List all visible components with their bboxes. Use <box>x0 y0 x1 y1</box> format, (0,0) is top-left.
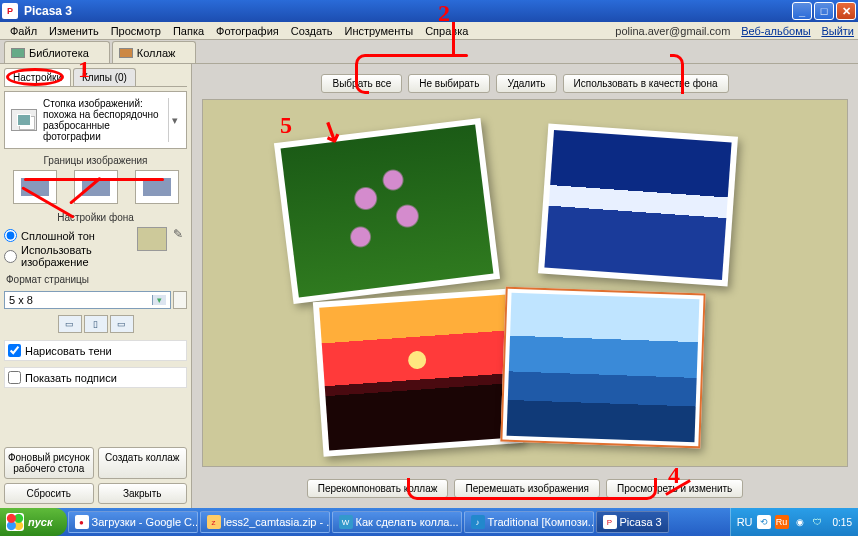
taskbar-item-4-label: Traditional [Компози... <box>488 516 594 528</box>
close-button[interactable]: ✕ <box>836 2 856 20</box>
orientation-extra[interactable]: ▭ <box>110 315 134 333</box>
taskbar-item-3-label: Как сделать колла... <box>356 516 459 528</box>
checkbox-shadows[interactable]: Нарисовать тени <box>4 340 187 361</box>
maximize-button[interactable]: □ <box>814 2 834 20</box>
bg-color-swatch[interactable] <box>137 227 167 251</box>
taskbar-item-1[interactable]: ●Загрузки - Google C... <box>68 511 198 533</box>
menu-photo[interactable]: Фотография <box>210 23 285 39</box>
lang-indicator[interactable]: RU <box>737 516 753 528</box>
picasa-icon: P <box>603 515 617 529</box>
signout-link[interactable]: Выйти <box>821 25 854 37</box>
left-panel: Настройки Клипы (0) Стопка изображений: … <box>0 64 192 508</box>
shuffle-button[interactable]: Перемешать изображения <box>454 479 600 498</box>
tab-library[interactable]: Библиотека <box>4 41 110 63</box>
view-tabs: Библиотека Коллаж <box>0 40 858 64</box>
taskbar-item-5-label: Picasa 3 <box>620 516 662 528</box>
borders-section-title: Границы изображения <box>4 155 187 166</box>
chevron-down-icon: ▾ <box>152 295 166 305</box>
menu-edit[interactable]: Изменить <box>43 23 105 39</box>
orientation-landscape[interactable]: ▭ <box>58 315 82 333</box>
chk-captions-label: Показать подписи <box>25 372 117 384</box>
doc-icon: W <box>339 515 353 529</box>
archive-icon: z <box>207 515 221 529</box>
canvas-area: Выбрать все Не выбирать Удалить Использо… <box>192 64 858 508</box>
subtab-settings[interactable]: Настройки <box>4 68 71 86</box>
tray-icon-4[interactable]: 🛡 <box>811 515 825 529</box>
border-option-1[interactable] <box>13 170 57 204</box>
user-email: polina.aver@gmail.com <box>615 25 730 37</box>
create-collage-button[interactable]: Создать коллаж <box>98 447 188 479</box>
minimize-button[interactable]: _ <box>792 2 812 20</box>
style-thumb-icon <box>11 109 37 131</box>
radio-solid-label: Сплошной тон <box>21 230 95 242</box>
tab-collage-label: Коллаж <box>137 47 176 59</box>
app-icon: P <box>2 3 18 19</box>
menu-file[interactable]: Файл <box>4 23 43 39</box>
page-format-title: Формат страницы <box>6 274 187 285</box>
radio-solid-input[interactable] <box>4 229 17 242</box>
tab-library-label: Библиотека <box>29 47 89 59</box>
radio-use-image[interactable]: Использовать изображение <box>4 244 131 268</box>
orientation-portrait[interactable]: ▯ <box>84 315 108 333</box>
tray-icon-1[interactable]: ⟲ <box>757 515 771 529</box>
taskbar-item-2[interactable]: zless2_camtasia.zip - ... <box>200 511 330 533</box>
chk-shadows-input[interactable] <box>8 344 21 357</box>
page-extra-button[interactable] <box>173 291 187 309</box>
style-description: Стопка изображений: похожа на беспорядоч… <box>43 98 168 142</box>
page-format-select[interactable]: 5 x 8 ▾ <box>4 291 171 309</box>
taskbar: пуск ●Загрузки - Google C... zless2_camt… <box>0 508 858 536</box>
bg-section-title: Настройки фона <box>4 212 187 223</box>
close-panel-button[interactable]: Закрыть <box>98 483 188 504</box>
tray-icon-2[interactable]: Ru <box>775 515 789 529</box>
menu-help[interactable]: Справка <box>419 23 474 39</box>
web-albums-link[interactable]: Веб-альбомы <box>741 25 810 37</box>
reset-button[interactable]: Сбросить <box>4 483 94 504</box>
radio-image-label: Использовать изображение <box>21 244 131 268</box>
collage-canvas[interactable] <box>202 99 848 467</box>
select-none-button[interactable]: Не выбирать <box>408 74 490 93</box>
menu-tools[interactable]: Инструменты <box>339 23 420 39</box>
eyedropper-icon[interactable] <box>173 227 187 241</box>
use-as-bg-button[interactable]: Использовать в качестве фона <box>563 74 729 93</box>
title-bar: P Picasa 3 _ □ ✕ <box>0 0 858 22</box>
menu-folder[interactable]: Папка <box>167 23 210 39</box>
select-all-button[interactable]: Выбрать все <box>321 74 402 93</box>
menu-view[interactable]: Просмотр <box>105 23 167 39</box>
menu-bar: Файл Изменить Просмотр Папка Фотография … <box>0 22 858 40</box>
taskbar-item-3[interactable]: WКак сделать колла... <box>332 511 462 533</box>
clock[interactable]: 0:15 <box>833 517 852 528</box>
tray-icon-3[interactable]: ◉ <box>793 515 807 529</box>
music-icon: ♪ <box>471 515 485 529</box>
recompose-button[interactable]: Перекомпоновать коллаж <box>307 479 449 498</box>
system-tray: RU ⟲ Ru ◉ 🛡 0:15 <box>730 508 858 536</box>
start-label: пуск <box>28 516 53 528</box>
start-button[interactable]: пуск <box>0 508 67 536</box>
checkbox-captions[interactable]: Показать подписи <box>4 367 187 388</box>
style-dropdown-icon[interactable]: ▾ <box>168 98 180 142</box>
library-icon <box>11 48 25 58</box>
photo-mountains-selected[interactable] <box>500 287 705 449</box>
collage-style-selector[interactable]: Стопка изображений: похожа на беспорядоч… <box>4 91 187 149</box>
taskbar-item-5[interactable]: PPicasa 3 <box>596 511 669 533</box>
tab-collage[interactable]: Коллаж <box>112 41 197 63</box>
radio-image-input[interactable] <box>4 250 17 263</box>
taskbar-item-4[interactable]: ♪Traditional [Компози... <box>464 511 594 533</box>
taskbar-item-1-label: Загрузки - Google C... <box>92 516 198 528</box>
chrome-icon: ● <box>75 515 89 529</box>
collage-icon <box>119 48 133 58</box>
photo-flowers[interactable] <box>274 118 500 304</box>
taskbar-item-2-label: less2_camtasia.zip - ... <box>224 516 330 528</box>
delete-button[interactable]: Удалить <box>496 74 556 93</box>
radio-solid-color[interactable]: Сплошной тон <box>4 229 131 242</box>
wallpaper-button[interactable]: Фоновый рисунок рабочего стола <box>4 447 94 479</box>
photo-sunset[interactable] <box>313 288 523 457</box>
menu-create[interactable]: Создать <box>285 23 339 39</box>
border-option-3[interactable] <box>135 170 179 204</box>
preview-button[interactable]: Просмотреть и изменить <box>606 479 743 498</box>
photo-forest[interactable] <box>538 124 738 287</box>
chk-captions-input[interactable] <box>8 371 21 384</box>
subtab-clips[interactable]: Клипы (0) <box>73 68 136 86</box>
border-option-2[interactable] <box>74 170 118 204</box>
window-title: Picasa 3 <box>22 4 792 18</box>
chk-shadows-label: Нарисовать тени <box>25 345 112 357</box>
